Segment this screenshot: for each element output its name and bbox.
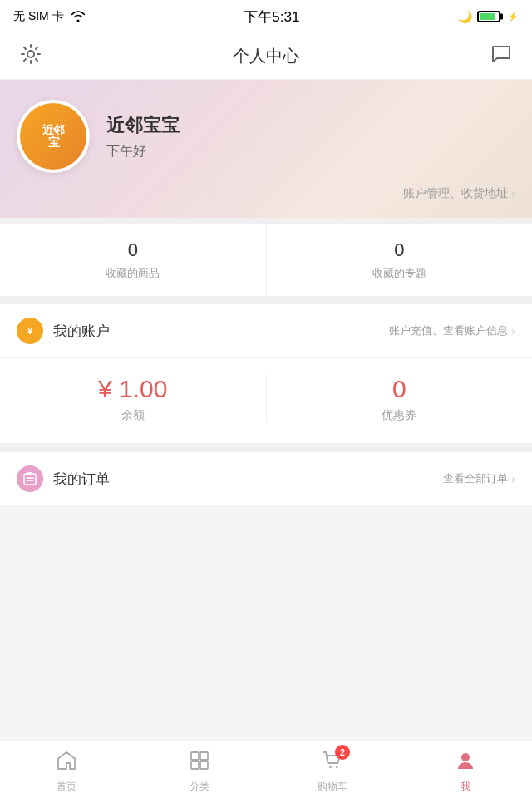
status-right: 🌙 ⚡ <box>458 10 519 23</box>
tab-category-label: 分类 <box>190 780 209 794</box>
balance-amount: ¥ 1.00 <box>98 375 167 403</box>
coin-icon: ¥ <box>22 323 37 338</box>
profile-info: 近邻宝宝 下午好 <box>106 113 515 160</box>
divider-2 <box>0 444 532 452</box>
order-section-link: 查看全部订单 › <box>443 471 515 486</box>
svg-point-13 <box>461 753 470 761</box>
stat-favorites-topics[interactable]: 0 收藏的专题 <box>267 224 533 296</box>
order-section-header[interactable]: 我的订单 查看全部订单 › <box>0 452 532 506</box>
account-section-link: 账户充值、查看账户信息 › <box>389 323 515 338</box>
tab-home-label: 首页 <box>57 780 76 794</box>
nav-title: 个人中心 <box>233 45 299 67</box>
svg-rect-10 <box>200 761 208 769</box>
account-section-header[interactable]: ¥ 我的账户 账户充值、查看账户信息 › <box>0 304 532 358</box>
bolt-icon: ⚡ <box>507 12 519 22</box>
cart-wrap: 2 <box>322 750 343 776</box>
sim-text: 无 SIM 卡 <box>13 9 64 24</box>
status-bar: 无 SIM 卡 下午5:31 🌙 ⚡ <box>0 0 532 33</box>
battery-icon <box>477 11 500 22</box>
stats-row: 0 收藏的商品 0 收藏的专题 <box>0 218 532 296</box>
status-left: 无 SIM 卡 <box>13 9 86 24</box>
account-chevron: › <box>511 324 515 337</box>
grid-icon <box>189 750 210 776</box>
avatar[interactable]: 近邻宝 <box>17 100 90 173</box>
favorites-topics-label: 收藏的专题 <box>372 266 426 281</box>
profile-greeting: 下午好 <box>106 143 515 160</box>
svg-text:¥: ¥ <box>27 326 33 336</box>
coupon-item[interactable]: 0 优惠券 <box>267 375 533 423</box>
nav-bar: 个人中心 <box>0 33 532 80</box>
order-icon <box>17 466 43 492</box>
tab-category[interactable]: 分类 <box>133 745 266 794</box>
wifi-icon <box>71 10 86 24</box>
home-icon <box>56 750 77 776</box>
favorites-products-label: 收藏的商品 <box>106 266 160 281</box>
coupon-amount: 0 <box>392 375 406 403</box>
tab-bar: 首页 分类 2 购物车 <box>0 740 532 798</box>
account-mgmt-link[interactable]: 账户管理、收货地址 › <box>17 186 515 201</box>
svg-point-11 <box>329 766 332 768</box>
svg-rect-4 <box>27 472 32 475</box>
svg-point-0 <box>27 51 34 57</box>
account-mgmt-text: 账户管理、收货地址 <box>403 186 508 201</box>
order-chevron: › <box>511 472 515 485</box>
svg-point-12 <box>336 766 338 768</box>
cart-badge: 2 <box>335 745 350 760</box>
tab-profile-label: 我 <box>461 780 470 794</box>
status-time: 下午5:31 <box>244 7 299 27</box>
person-icon <box>455 750 476 776</box>
coupon-label: 优惠券 <box>382 408 416 423</box>
order-section-title: 我的订单 <box>53 470 110 489</box>
favorites-topics-count: 0 <box>394 239 404 261</box>
favorites-products-count: 0 <box>128 239 138 261</box>
svg-rect-7 <box>191 752 199 760</box>
avatar-text: 近邻宝 <box>20 103 86 170</box>
tab-home[interactable]: 首页 <box>0 745 133 794</box>
settings-button[interactable] <box>20 43 42 70</box>
svg-rect-8 <box>200 752 208 760</box>
clipboard-icon <box>22 471 37 486</box>
profile-banner: 近邻宝 近邻宝宝 下午好 账户管理、收货地址 › <box>0 80 532 218</box>
svg-rect-9 <box>191 761 199 769</box>
account-icon: ¥ <box>17 318 43 344</box>
divider-1 <box>0 296 532 304</box>
balance-item[interactable]: ¥ 1.00 余额 <box>0 375 267 423</box>
balance-row: ¥ 1.00 余额 0 优惠券 <box>0 358 532 444</box>
message-button[interactable] <box>490 43 512 70</box>
account-section-title: 我的账户 <box>53 322 110 341</box>
account-mgmt-chevron: › <box>511 187 515 200</box>
stat-favorites-products[interactable]: 0 收藏的商品 <box>0 224 267 296</box>
tab-cart[interactable]: 2 购物车 <box>266 745 399 794</box>
moon-icon: 🌙 <box>458 10 472 23</box>
balance-label: 余额 <box>121 408 145 423</box>
profile-name: 近邻宝宝 <box>106 113 515 138</box>
gear-icon <box>20 43 42 65</box>
tab-profile[interactable]: 我 <box>399 745 532 794</box>
tab-cart-label: 购物车 <box>318 780 347 794</box>
chat-icon <box>490 43 512 65</box>
